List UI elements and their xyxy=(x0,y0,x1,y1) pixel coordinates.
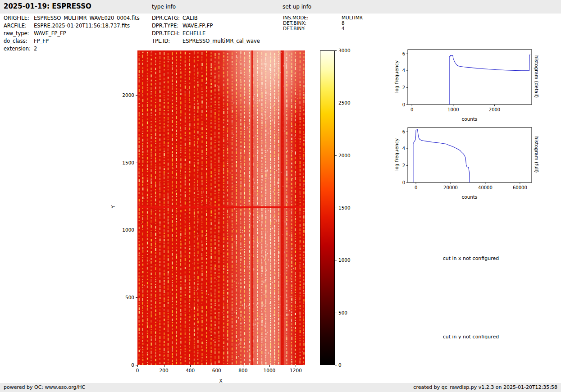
y-tick-mark xyxy=(136,365,137,365)
histogram-detail-chart: 0100020000246 xyxy=(390,46,538,123)
histogram-detail-right-label: histogram (detail) xyxy=(534,50,539,104)
setup-info-header: set-up info xyxy=(283,4,311,10)
y-tick-mark xyxy=(136,297,137,298)
type-info-column: DPR.CATG: CALIB DPR.TYPE: WAVE,FP,FP DPR… xyxy=(152,14,260,45)
colorbar xyxy=(320,50,335,365)
metadata-value: 4 xyxy=(342,26,345,31)
colorbar-tick-label: 0 xyxy=(338,362,342,368)
x-tick-mark xyxy=(243,365,243,367)
y-tick-mark xyxy=(136,163,137,163)
y-tick-label: 1500 xyxy=(122,160,134,165)
raw-frame-canvas xyxy=(137,50,305,365)
qc-report-page: 2025-01-19: ESPRESSO type info set-up in… xyxy=(0,0,561,392)
y-tick-label: 6 xyxy=(402,129,405,134)
histogram-full-xlabel: counts xyxy=(442,194,497,200)
metadata-label: ARCFILE: xyxy=(4,23,34,29)
metadata-label: do_class: xyxy=(4,38,34,44)
y-tick-label: 500 xyxy=(125,295,134,300)
y-tick-label: 4 xyxy=(402,146,405,151)
y-tick-mark xyxy=(136,95,137,96)
x-tick-mark xyxy=(296,365,296,367)
type-info-header: type info xyxy=(152,4,176,10)
y-tick-mark xyxy=(136,230,137,230)
x-tick-label: 1000 xyxy=(264,368,276,373)
x-tick-mark xyxy=(269,365,270,367)
metadata-label: INS.MODE: xyxy=(283,15,342,20)
y-tick-label: 0 xyxy=(131,362,134,368)
colorbar-tick-label: 500 xyxy=(338,310,347,315)
metadata-row: ORIGFILE: ESPRESSO_MULTIMR_WAVE020_0004.… xyxy=(4,14,140,22)
metadata-value: 2 xyxy=(34,46,37,52)
x-tick-label: 1000 xyxy=(447,107,459,112)
cut-y-message: cut in y not configured xyxy=(421,334,520,340)
x-tick-mark xyxy=(137,365,138,367)
x-tick-label: 400 xyxy=(186,368,195,373)
x-tick-label: 0 xyxy=(415,185,417,190)
cut-x-message: cut in x not configured xyxy=(421,255,520,261)
metadata-value: MULTIMR xyxy=(342,15,363,20)
metadata-value: ESPRE.2025-01-20T11:56:18.737.fits xyxy=(34,23,130,29)
histogram-full-right-label: histogram (full) xyxy=(534,128,539,182)
metadata-row: DET.BINX: 8 xyxy=(283,20,363,26)
file-info-column: ORIGFILE: ESPRESSO_MULTIMR_WAVE020_0004.… xyxy=(4,14,140,52)
colorbar-tick-label: 2500 xyxy=(338,100,351,105)
y-tick-label: 2000 xyxy=(122,92,134,98)
x-tick-label: 1200 xyxy=(290,368,302,373)
plot-box xyxy=(408,128,532,182)
metadata-label: DPR.TECH: xyxy=(152,30,182,36)
metadata-row: raw_type: WAVE_FP_FP xyxy=(4,29,140,37)
metadata-value: WAVE_FP_FP xyxy=(34,30,66,36)
y-tick-label: 6 xyxy=(402,51,405,56)
y-tick-label: 2 xyxy=(402,85,405,90)
x-tick-mark xyxy=(217,365,217,367)
x-tick-label: 40000 xyxy=(478,185,493,190)
x-tick-label: 800 xyxy=(238,368,247,373)
plot-box xyxy=(408,50,532,105)
metadata-value: 8 xyxy=(342,20,345,26)
histogram-detail-ylabel: log frequency xyxy=(394,50,399,104)
colorbar-tick-mark xyxy=(335,208,337,208)
main-plot-ylabel: Y xyxy=(110,180,116,234)
metadata-value: ESPRESSO_multiMR_cal_wave xyxy=(182,38,260,44)
metadata-row: DPR.CATG: CALIB xyxy=(152,14,260,22)
x-tick-mark xyxy=(164,365,164,367)
x-tick-mark xyxy=(190,365,191,367)
histogram-full-ylabel: log frequency xyxy=(394,128,399,182)
y-tick-label: 4 xyxy=(402,68,405,73)
colorbar-tick-label: 1000 xyxy=(338,257,351,263)
x-tick-label: 0 xyxy=(410,107,413,112)
metadata-row: do_class: FP_FP xyxy=(4,37,140,45)
histogram-full-chart: 02000040000600000246 xyxy=(390,124,538,201)
colorbar-tick-mark xyxy=(335,313,337,313)
metadata-label: extension: xyxy=(4,46,34,52)
metadata-value: ESPRESSO_MULTIMR_WAVE020_0004.fits xyxy=(34,15,140,21)
y-tick-label: 0 xyxy=(402,102,405,107)
metadata-value: CALIB xyxy=(182,15,198,21)
metadata-label: DET.BINX: xyxy=(283,20,342,26)
colorbar-tick-mark xyxy=(335,50,337,51)
metadata-label: DET.BINY: xyxy=(283,26,342,31)
colorbar-tick-label: 1500 xyxy=(338,205,351,210)
x-tick-label: 60000 xyxy=(513,185,527,190)
y-tick-label: 2 xyxy=(402,163,405,168)
metadata-row: ARCFILE: ESPRE.2025-01-20T11:56:18.737.f… xyxy=(4,22,140,29)
metadata-value: WAVE,FP,FP xyxy=(182,23,213,29)
footer-link[interactable]: powered by QC: www.eso.org/HC xyxy=(4,384,85,390)
page-title: 2025-01-19: ESPRESSO xyxy=(4,2,91,10)
histogram-detail-xlabel: counts xyxy=(442,116,497,122)
metadata-label: TPL.ID: xyxy=(152,38,182,44)
metadata-value: FP_FP xyxy=(34,38,49,44)
colorbar-tick-mark xyxy=(335,103,337,103)
y-tick-label: 0 xyxy=(402,180,405,185)
metadata-row: TPL.ID: ESPRESSO_multiMR_cal_wave xyxy=(152,37,260,45)
metadata-value: ECHELLE xyxy=(182,30,205,36)
colorbar-tick-label: 3000 xyxy=(338,48,351,53)
x-tick-label: 20000 xyxy=(443,185,458,190)
x-tick-label: 2000 xyxy=(489,107,500,112)
metadata-label: DPR.CATG: xyxy=(152,15,182,21)
colorbar-tick-label: 2000 xyxy=(338,153,351,158)
metadata-label: DPR.TYPE: xyxy=(152,23,182,29)
footer-credit: created by qc_rawdisp.py v1.2.3 on 2025-… xyxy=(413,384,557,390)
metadata-row: DPR.TYPE: WAVE,FP,FP xyxy=(152,22,260,29)
x-tick-label: 0 xyxy=(136,368,139,373)
